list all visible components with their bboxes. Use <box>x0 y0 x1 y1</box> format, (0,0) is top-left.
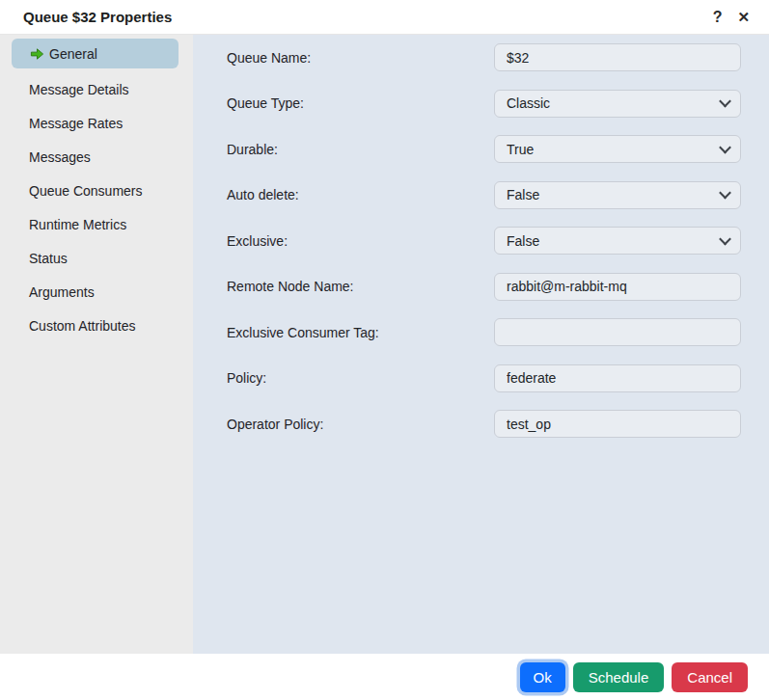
remote-node-name-label: Remote Node Name: <box>227 279 494 294</box>
sidebar-item-label: Arguments <box>29 284 95 300</box>
queue-type-select[interactable]: Classic <box>494 90 741 118</box>
policy-label: Policy: <box>227 370 494 386</box>
queue-type-label: Queue Type: <box>227 95 494 111</box>
sidebar-item-label: General <box>49 46 97 62</box>
sidebar-item-label: Custom Attributes <box>29 318 136 334</box>
exclusive-consumer-tag-field <box>494 318 741 346</box>
sidebar-item-custom-attributes[interactable]: Custom Attributes <box>0 309 193 342</box>
sidebar-item-label: Message Rates <box>29 116 123 131</box>
exclusive-consumer-tag-label: Exclusive Consumer Tag: <box>227 325 494 340</box>
sidebar-item-label: Runtime Metrics <box>29 217 126 232</box>
operator-policy-label: Operator Policy: <box>227 417 494 432</box>
policy-field <box>494 364 741 392</box>
cancel-button[interactable]: Cancel <box>672 662 748 692</box>
form-row: Operator Policy: <box>227 401 741 447</box>
ok-button[interactable]: Ok <box>520 662 565 692</box>
auto-delete-label: Auto delete: <box>227 187 494 202</box>
policy-input[interactable] <box>494 364 741 392</box>
dialog-titlebar: Queue $32 Properties ? ✕ <box>0 0 769 35</box>
auto-delete-select[interactable]: False <box>494 181 741 209</box>
queue-type-field: Classic <box>494 90 741 118</box>
form-row: Exclusive: False <box>227 218 741 264</box>
queue-name-label: Queue Name: <box>227 50 494 66</box>
exclusive-select[interactable]: False <box>494 227 741 255</box>
dialog-body: General Message Details Message Rates Me… <box>0 35 769 654</box>
sidebar-item-queue-consumers[interactable]: Queue Consumers <box>0 174 193 207</box>
sidebar-item-label: Messages <box>29 149 91 165</box>
sidebar-item-message-details[interactable]: Message Details <box>0 72 193 106</box>
sidebar-item-status[interactable]: Status <box>0 241 193 275</box>
sidebar: General Message Details Message Rates Me… <box>0 35 193 654</box>
form-row: Durable: True <box>227 126 741 173</box>
active-arrow-icon <box>30 47 44 61</box>
sidebar-item-label: Message Details <box>29 82 129 97</box>
sidebar-item-arguments[interactable]: Arguments <box>0 275 193 309</box>
form-row: Exclusive Consumer Tag: <box>227 310 741 356</box>
exclusive-label: Exclusive: <box>227 233 494 249</box>
sidebar-item-label: Queue Consumers <box>29 183 143 199</box>
dialog-footer: Ok Schedule Cancel <box>0 654 769 700</box>
exclusive-consumer-tag-input[interactable] <box>494 318 741 346</box>
auto-delete-field: False <box>494 181 741 209</box>
queue-properties-dialog: Queue $32 Properties ? ✕ General Message… <box>0 0 769 700</box>
exclusive-field: False <box>494 227 741 255</box>
form-row: Policy: <box>227 356 741 402</box>
titlebar-icons: ? ✕ <box>713 10 750 25</box>
sidebar-item-messages[interactable]: Messages <box>0 140 193 174</box>
dialog-title: Queue $32 Properties <box>23 9 713 25</box>
sidebar-list: General Message Details Message Rates Me… <box>0 39 193 342</box>
remote-node-name-field <box>494 273 741 301</box>
durable-label: Durable: <box>227 142 494 157</box>
schedule-button[interactable]: Schedule <box>573 662 665 692</box>
queue-name-field <box>494 43 741 71</box>
general-form-panel: Queue Name: Queue Type: Classic Durable:… <box>193 35 769 654</box>
form-row: Queue Name: <box>227 35 741 81</box>
durable-select[interactable]: True <box>494 135 741 163</box>
operator-policy-field <box>494 410 741 438</box>
form-row: Auto delete: False <box>227 173 741 219</box>
close-icon[interactable]: ✕ <box>737 10 750 24</box>
sidebar-item-general[interactable]: General <box>12 39 179 68</box>
operator-policy-input[interactable] <box>494 410 741 438</box>
help-icon[interactable]: ? <box>713 10 723 25</box>
form-row: Remote Node Name: <box>227 264 741 310</box>
sidebar-item-label: Status <box>29 251 68 266</box>
sidebar-item-runtime-metrics[interactable]: Runtime Metrics <box>0 207 193 241</box>
queue-name-input[interactable] <box>494 43 741 71</box>
sidebar-item-message-rates[interactable]: Message Rates <box>0 106 193 140</box>
durable-field: True <box>494 135 741 163</box>
form-row: Queue Type: Classic <box>227 81 741 127</box>
remote-node-name-input[interactable] <box>494 273 741 301</box>
